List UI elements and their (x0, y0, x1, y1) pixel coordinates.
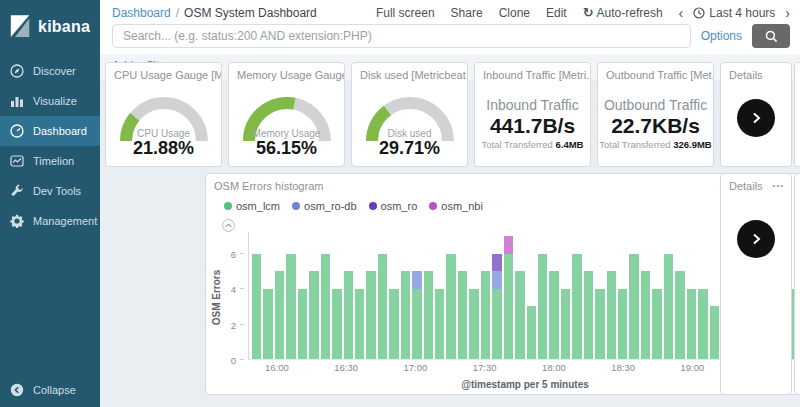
bar-22[interactable] (504, 232, 513, 359)
panel-title[interactable]: Memory Usage Gauge [Me... (229, 63, 344, 81)
panel-details-top: Details (720, 62, 792, 167)
panel-title[interactable]: Disk used [Metricbeat Syst... (352, 63, 467, 81)
details-button[interactable] (737, 99, 775, 137)
bar-29[interactable] (584, 232, 593, 359)
bar-19[interactable] (469, 232, 478, 359)
bar-37[interactable] (675, 232, 684, 359)
bar-segment-osm_lcm (355, 289, 364, 359)
bar-18[interactable] (458, 232, 467, 359)
sidebar-item-dashboard[interactable]: Dashboard (0, 116, 100, 146)
legend-item-osm_ro-db[interactable]: osm_ro-db (292, 200, 357, 212)
time-range-button[interactable]: Last 4 hours (693, 6, 775, 20)
bar-4[interactable] (298, 232, 307, 359)
bar-20[interactable] (481, 232, 490, 359)
bar-segment-osm_lcm (275, 271, 284, 359)
bar-26[interactable] (549, 232, 558, 359)
bar-10[interactable] (366, 232, 375, 359)
bar-11[interactable] (378, 232, 387, 359)
bar-segment-osm_lcm (607, 271, 616, 359)
bar-28[interactable] (572, 232, 581, 359)
bar-7[interactable] (332, 232, 341, 359)
bar-35[interactable] (652, 232, 661, 359)
x-tick-label: 16:30 (334, 362, 358, 373)
bar-1[interactable] (263, 232, 272, 359)
bar-39[interactable] (698, 232, 707, 359)
kibana-logo[interactable]: kibana (0, 0, 100, 56)
search-button[interactable] (752, 24, 790, 48)
legend-item-osm_nbi[interactable]: osm_nbi (429, 200, 483, 212)
bar-25[interactable] (538, 232, 547, 359)
bar-segment-osm_lcm (435, 289, 444, 359)
kibana-app: kibana Discover Visualize (0, 0, 800, 407)
bar-segment-osm_lcm (469, 289, 478, 359)
bar-3[interactable] (286, 232, 295, 359)
bar-14[interactable] (412, 232, 421, 359)
auto-refresh-button[interactable]: ↻Auto-refresh (583, 5, 663, 20)
bar-31[interactable] (607, 232, 616, 359)
bar-36[interactable] (664, 232, 673, 359)
sidebar-item-visualize[interactable]: Visualize (0, 86, 100, 116)
bar-24[interactable] (527, 232, 536, 359)
bar-34[interactable] (641, 232, 650, 359)
panel-title[interactable]: Inbound Traffic [Metri... (475, 63, 590, 81)
outbound-metric: Outbound Traffic 22.7KB/s Total Transfer… (598, 97, 713, 150)
legend-dot (292, 202, 300, 210)
memory-gauge: Memory Usage 56.15% (229, 83, 344, 161)
details-button[interactable] (737, 220, 775, 258)
kibana-logo-text: kibana (38, 18, 90, 36)
bar-17[interactable] (446, 232, 455, 359)
bar-segment-osm_lcm (401, 271, 410, 359)
bar-5[interactable] (309, 232, 318, 359)
bar-27[interactable] (561, 232, 570, 359)
x-tick-label: 17:00 (403, 362, 427, 373)
bar-8[interactable] (344, 232, 353, 359)
metric-sub-label: Total Transferred (599, 139, 670, 150)
panel-title[interactable]: Outbound Traffic [Met... (598, 63, 713, 81)
bar-0[interactable] (252, 232, 261, 359)
bar-21[interactable] (492, 232, 501, 359)
sidebar-collapse-button[interactable]: Collapse (0, 383, 100, 397)
bar-segment-osm_lcm (664, 254, 673, 359)
bar-6[interactable] (321, 232, 330, 359)
bar-segment-osm_lcm (561, 289, 570, 359)
bar-13[interactable] (401, 232, 410, 359)
bar-40[interactable] (710, 232, 719, 359)
bar-32[interactable] (618, 232, 627, 359)
bar-segment-osm_lcm (549, 271, 558, 359)
fullscreen-button[interactable]: Full screen (376, 6, 435, 20)
panel-title[interactable]: CPU Usage Gauge [Metric... (106, 63, 221, 81)
bar-30[interactable] (595, 232, 604, 359)
bar-33[interactable] (629, 232, 638, 359)
bar-2[interactable] (275, 232, 284, 359)
sidebar-item-discover[interactable]: Discover (0, 56, 100, 86)
bar-38[interactable] (687, 232, 696, 359)
time-forward-button[interactable]: › (785, 5, 790, 21)
bar-9[interactable] (355, 232, 364, 359)
share-button[interactable]: Share (451, 6, 483, 20)
sidebar-item-timelion[interactable]: Timelion (0, 146, 100, 176)
search-input[interactable] (112, 24, 691, 48)
metric-value: 22.7KB/s (598, 113, 713, 138)
cpu-gauge: CPU Usage 21.88% (106, 83, 221, 161)
bar-16[interactable] (435, 232, 444, 359)
bar-segment-osm_lcm (366, 271, 375, 359)
gear-icon (10, 214, 24, 228)
sidebar-item-dev-tools[interactable]: Dev Tools (0, 176, 100, 206)
legend-collapse-button[interactable] (222, 219, 235, 232)
panel-menu-icon[interactable]: ••• (773, 181, 784, 190)
inbound-metric: Inbound Traffic 441.7B/s Total Transferr… (475, 97, 590, 150)
panel-title[interactable]: Details (721, 63, 791, 81)
panel-osm-errors-histogram: OSM Errors histogram osm_lcmosm_ro-dbosm… (205, 173, 800, 395)
clone-button[interactable]: Clone (499, 6, 530, 20)
sidebar-item-management[interactable]: Management (0, 206, 100, 236)
bar-12[interactable] (389, 232, 398, 359)
edit-button[interactable]: Edit (546, 6, 567, 20)
legend-item-osm_ro[interactable]: osm_ro (369, 200, 418, 212)
breadcrumb-dashboard-link[interactable]: Dashboard (112, 6, 171, 20)
bar-23[interactable] (515, 232, 524, 359)
panel-title[interactable]: OSM Errors histogram (206, 174, 800, 192)
legend-item-osm_lcm[interactable]: osm_lcm (224, 200, 280, 212)
time-back-button[interactable]: ‹ (679, 5, 684, 21)
options-link[interactable]: Options (701, 29, 742, 43)
bar-15[interactable] (424, 232, 433, 359)
